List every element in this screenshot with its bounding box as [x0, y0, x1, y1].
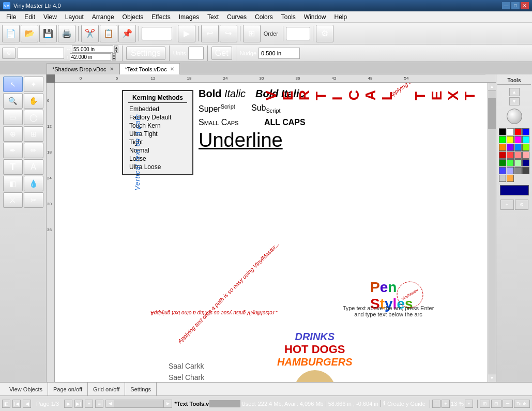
play-button[interactable]: ▶ — [178, 25, 195, 42]
print-button[interactable]: 🖨️ — [58, 25, 75, 42]
color-pale-blue[interactable] — [507, 167, 514, 174]
color-pink[interactable] — [514, 151, 522, 159]
view-objects-btn[interactable]: View Objects — [4, 383, 48, 395]
page-next-next[interactable]: ▶| — [74, 400, 83, 408]
color-light-green[interactable] — [507, 159, 514, 166]
menu-edit[interactable]: Edit — [20, 11, 39, 22]
new-button[interactable]: 📄 — [2, 25, 20, 42]
height-up[interactable]: ▲ — [112, 53, 116, 57]
bottom-left-icon[interactable]: ◧ — [2, 400, 10, 408]
color-light-red[interactable] — [507, 151, 514, 159]
scroll-right-button[interactable]: ▶ — [163, 400, 172, 407]
grid-on-off-btn[interactable]: Grid on/off — [88, 383, 125, 395]
pencil-tool[interactable]: ✏ — [24, 143, 43, 158]
height-down[interactable]: ▼ — [112, 57, 116, 60]
menu-text[interactable]: Text — [203, 11, 223, 22]
color-pale-green[interactable] — [514, 159, 522, 166]
color-black[interactable] — [499, 128, 506, 135]
maximize-button[interactable]: □ — [511, 2, 520, 9]
eyedrop-tool[interactable]: 💧 — [24, 176, 43, 191]
text-tool[interactable]: T — [3, 159, 23, 175]
menu-effects[interactable]: Effects — [147, 11, 174, 22]
units-dropdown[interactable]: In▾ — [188, 47, 204, 60]
snap-dropdown[interactable]: Snap ▾ — [286, 27, 310, 40]
color-light-blue[interactable] — [499, 167, 506, 174]
panel-btn-3[interactable]: ☰ — [503, 400, 513, 408]
menu-tools[interactable]: Tools — [277, 11, 300, 22]
position-icon[interactable]: ⊕ — [2, 48, 16, 59]
color-dark-green[interactable] — [499, 159, 506, 166]
panel-btn-1[interactable]: ⊞ — [480, 400, 490, 408]
ellipse-tool[interactable]: ◯ — [24, 110, 43, 125]
scroll-left-button[interactable]: ◀ — [106, 400, 114, 407]
height-input[interactable] — [70, 53, 111, 60]
text2-tool[interactable]: A — [24, 159, 43, 175]
settings-button[interactable]: Settings — [126, 47, 165, 60]
kerning-embedded[interactable]: Embedded — [128, 105, 187, 113]
menu-arrange[interactable]: Arrange — [88, 11, 118, 22]
page-on-off-btn[interactable]: Page on/off — [48, 383, 88, 395]
nudge-input[interactable] — [259, 48, 300, 59]
menu-images[interactable]: Images — [175, 11, 203, 22]
add-color-button[interactable]: + — [500, 200, 514, 210]
color-blue[interactable] — [522, 128, 529, 135]
scroll-thumb-horizontal[interactable] — [209, 400, 240, 407]
node-tool[interactable]: ✦ — [24, 77, 43, 92]
get-button[interactable]: Get — [211, 47, 232, 60]
color-dark-red[interactable] — [499, 151, 506, 159]
copy-button[interactable]: 📋 — [100, 25, 117, 42]
color-dark-gray[interactable] — [522, 167, 529, 174]
color-light-gray[interactable] — [499, 175, 506, 182]
open-button[interactable]: 📂 — [21, 25, 38, 42]
cut2-tool[interactable]: ✂ — [24, 192, 43, 208]
menu-help[interactable]: Help — [330, 11, 352, 22]
knife-button[interactable]: ⚙ — [316, 25, 333, 42]
width-down[interactable]: ▼ — [114, 49, 118, 53]
color-light-pink[interactable] — [522, 151, 529, 159]
zoom-in-button[interactable]: + — [442, 400, 450, 408]
close-button[interactable]: ✕ — [521, 2, 529, 9]
color-palette[interactable] — [499, 128, 529, 182]
color-orange[interactable] — [499, 144, 506, 151]
zoom-dropdown[interactable]: ▾ — [465, 400, 473, 408]
knife-tool[interactable]: ⚔ — [3, 192, 23, 208]
plugins-dropdown[interactable]: Plugins ▾ — [142, 27, 172, 40]
color-green[interactable] — [499, 136, 506, 143]
color-violet[interactable] — [507, 144, 514, 151]
paste-button[interactable]: 📌 — [118, 25, 136, 42]
color-navy-wide[interactable] — [500, 185, 529, 195]
tab-text-tools[interactable]: *Text Tools.vDoc ✕ — [119, 63, 180, 74]
width-input[interactable] — [72, 45, 113, 53]
menu-curves[interactable]: Curves — [223, 11, 251, 22]
cut-button[interactable]: ✂️ — [81, 25, 99, 42]
save-button[interactable]: 💾 — [39, 25, 57, 42]
remove-color-button[interactable]: ⚙ — [515, 200, 528, 210]
menu-file[interactable]: File — [2, 11, 20, 22]
menu-window[interactable]: Window — [300, 11, 330, 22]
fill-tool[interactable]: ◧ — [3, 176, 23, 191]
vertical-scrollbar[interactable]: ▲ ▼ — [488, 83, 496, 382]
tab-shadows[interactable]: *Shadows Drop.vDoc ✕ — [47, 63, 119, 74]
color-red[interactable] — [514, 128, 522, 135]
undo-button[interactable]: ↩ — [201, 25, 219, 42]
menu-layout[interactable]: Layout — [61, 11, 88, 22]
minimize-button[interactable]: — — [502, 2, 510, 9]
menu-view[interactable]: View — [39, 11, 61, 22]
color-sky[interactable] — [514, 144, 522, 151]
page-add[interactable]: + — [85, 400, 93, 408]
tab-text-tools-close[interactable]: ✕ — [170, 66, 174, 72]
tab-shadows-close[interactable]: ✕ — [110, 66, 114, 72]
weld2-tool[interactable]: ⊞ — [24, 126, 43, 142]
color-gray[interactable] — [514, 167, 522, 174]
scroll-up-button[interactable]: ▲ — [488, 83, 496, 91]
panel-btn-2[interactable]: ⊟ — [491, 400, 501, 408]
panel-scroll-down[interactable]: ▼ — [509, 97, 520, 105]
color-white[interactable] — [507, 128, 514, 135]
pan-tool[interactable]: ✋ — [24, 93, 43, 109]
page-list[interactable]: ≡ — [95, 400, 103, 408]
page-next[interactable]: ▶ — [64, 400, 72, 408]
scroll-down-button[interactable]: ▼ — [488, 374, 496, 382]
settings-btn[interactable]: Settings — [125, 383, 157, 395]
color-lime[interactable] — [522, 144, 529, 151]
width-up[interactable]: ▲ — [114, 45, 118, 49]
